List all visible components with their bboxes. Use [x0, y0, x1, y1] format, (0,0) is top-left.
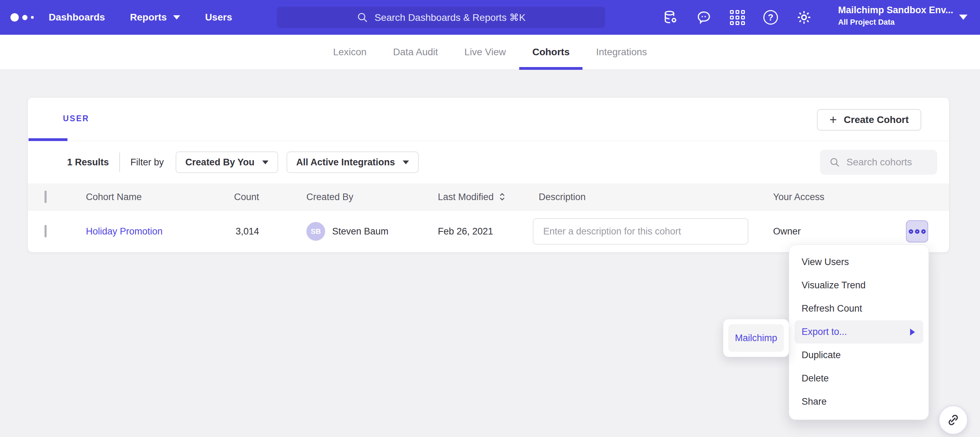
tab-lexicon[interactable]: Lexicon — [333, 35, 367, 70]
search-icon — [356, 11, 368, 23]
nav-item-dashboards[interactable]: Dashboards — [49, 12, 105, 23]
filter-bar: 1 Results Filter by Created By You All A… — [28, 141, 949, 184]
global-search-placeholder: Search Dashboards & Reports ⌘K — [375, 12, 525, 23]
chevron-down-icon — [262, 160, 269, 164]
project-scope: All Project Data — [838, 18, 953, 27]
link-icon — [946, 413, 961, 427]
row-checkbox[interactable] — [45, 225, 46, 238]
global-search-button[interactable]: Search Dashboards & Reports ⌘K — [277, 6, 605, 28]
chevron-down-icon — [173, 15, 180, 19]
cohort-search-input[interactable] — [846, 157, 930, 168]
description-input[interactable] — [533, 218, 748, 245]
top-navbar: Dashboards Reports Users Search Dashboar… — [0, 0, 980, 35]
plus-icon: + — [829, 114, 837, 126]
nav-item-users[interactable]: Users — [205, 12, 232, 23]
col-cohort-name[interactable]: Cohort Name — [86, 192, 142, 202]
col-created-by[interactable]: Created By — [306, 192, 353, 202]
cohort-count: 3,014 — [188, 226, 259, 237]
primary-nav: Dashboards Reports Users — [49, 0, 232, 35]
feedback-bubble-icon[interactable] — [696, 10, 712, 25]
create-cohort-button[interactable]: + Create Cohort — [817, 109, 921, 131]
menu-item-export-to[interactable]: Export to... — [795, 320, 923, 344]
apps-grid-icon[interactable] — [729, 10, 745, 25]
created-by-filter-dropdown[interactable]: Created By You — [176, 152, 278, 173]
sort-arrows-icon — [499, 192, 506, 201]
col-count[interactable]: Count — [188, 192, 259, 202]
tab-integrations[interactable]: Integrations — [596, 35, 647, 70]
cohort-search-box — [820, 150, 937, 175]
menu-item-share[interactable]: Share — [789, 390, 929, 413]
copy-link-button[interactable] — [939, 405, 968, 435]
project-name: Mailchimp Sandbox Env... — [838, 5, 953, 16]
tab-live-view[interactable]: Live View — [464, 35, 506, 70]
select-all-checkbox[interactable] — [45, 190, 46, 203]
database-gear-icon[interactable] — [662, 10, 678, 25]
mixpanel-dots-logo[interactable] — [10, 0, 34, 35]
tab-user-cohorts[interactable]: USER — [63, 114, 89, 124]
navbar-icon-group: ? — [662, 0, 812, 35]
results-count: 1 Results — [67, 157, 109, 168]
integrations-filter-dropdown[interactable]: All Active Integrations — [286, 152, 419, 173]
last-modified-date: Feb 26, 2021 — [438, 226, 493, 237]
divider — [119, 152, 120, 172]
cohort-name-link[interactable]: Holiday Promotion — [86, 226, 163, 237]
menu-item-refresh-count[interactable]: Refresh Count — [789, 297, 929, 320]
avatar: SB — [306, 222, 325, 241]
col-last-modified[interactable]: Last Modified — [438, 192, 506, 202]
col-description: Description — [539, 192, 585, 202]
menu-item-duplicate[interactable]: Duplicate — [789, 344, 929, 367]
project-switcher[interactable]: Mailchimp Sandbox Env... All Project Dat… — [838, 5, 953, 27]
cohort-type-tabs: USER + Create Cohort — [28, 98, 949, 141]
help-icon[interactable]: ? — [763, 10, 779, 25]
active-tab-underline — [29, 138, 67, 141]
menu-item-visualize-trend[interactable]: Visualize Trend — [789, 274, 929, 297]
tab-cohorts[interactable]: Cohorts — [533, 35, 570, 70]
filter-by-label: Filter by — [130, 157, 164, 168]
created-by-name: Steven Baum — [332, 226, 388, 237]
col-your-access: Your Access — [773, 192, 824, 202]
menu-item-delete[interactable]: Delete — [789, 367, 929, 390]
settings-gear-icon[interactable] — [796, 10, 812, 25]
submenu-item-mailchimp[interactable]: Mailchimp — [728, 324, 784, 352]
secondary-nav: Lexicon Data Audit Live View Cohorts Int… — [0, 35, 980, 70]
access-level: Owner — [773, 226, 801, 237]
chevron-down-icon — [403, 160, 409, 164]
cohorts-card: USER + Create Cohort 1 Results Filter by… — [27, 97, 950, 253]
export-submenu: Mailchimp — [723, 319, 789, 357]
nav-item-reports[interactable]: Reports — [130, 12, 180, 23]
table-header: Cohort Name Count Created By Last Modifi… — [28, 184, 949, 211]
menu-item-view-users[interactable]: View Users — [789, 250, 929, 274]
submenu-arrow-icon — [910, 329, 915, 336]
tab-data-audit[interactable]: Data Audit — [393, 35, 438, 70]
search-icon — [829, 157, 840, 168]
row-more-options-button[interactable] — [906, 220, 928, 242]
cohort-actions-menu: View Users Visualize Trend Refresh Count… — [789, 245, 929, 420]
project-chevron-down-icon[interactable] — [959, 14, 967, 20]
